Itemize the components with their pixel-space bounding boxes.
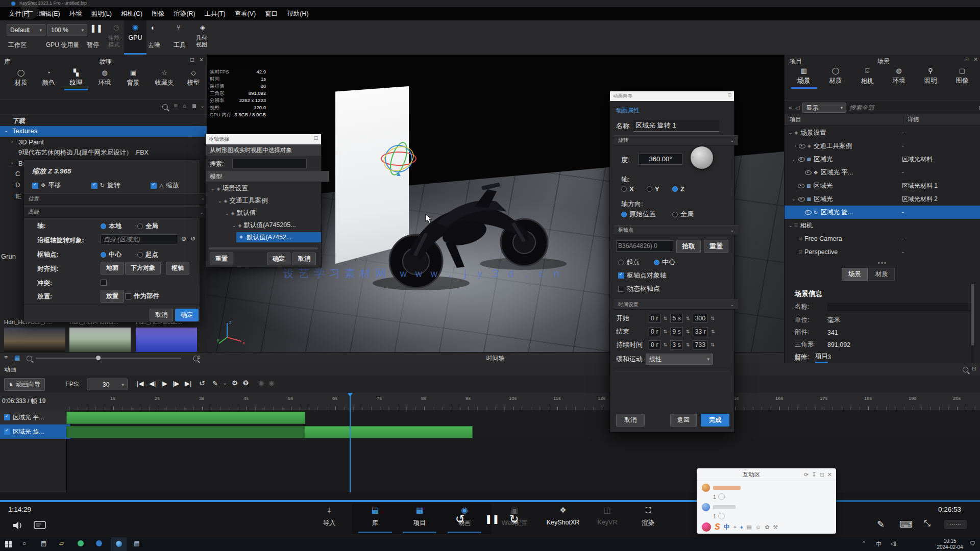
scene-row-arealight-3[interactable]: ⌄ ▩ 区域光 区域光材料 2 xyxy=(785,192,980,206)
float-icon[interactable]: ⊡ xyxy=(190,57,194,63)
ime-lang-toggle[interactable]: 中 xyxy=(724,523,730,532)
tray-volume-icon[interactable]: ◁) xyxy=(890,540,896,547)
hdri-thumbnail-1[interactable] xyxy=(4,328,65,352)
keyboard-icon[interactable]: ⌨ xyxy=(899,519,913,530)
volume-icon[interactable] xyxy=(12,521,23,530)
eye-icon[interactable] xyxy=(799,144,805,148)
advanced-section-header[interactable]: 高级⌄ xyxy=(24,207,208,218)
zoom-out-icon[interactable] xyxy=(27,356,32,361)
subtab-material[interactable]: 材质 xyxy=(869,268,895,281)
scene-row-arealight-rotation-selected[interactable]: ↻ 区域光 旋... - xyxy=(785,206,980,219)
tab-project[interactable]: 项目 xyxy=(815,352,828,363)
scene-row-cameras[interactable]: ⌄ ⌻ 相机 xyxy=(785,219,980,232)
degree-knob[interactable] xyxy=(691,146,713,169)
dynamic-pivot-checkbox[interactable]: 动态枢轴点 xyxy=(618,284,660,293)
menu-render[interactable]: 渲染(R) xyxy=(169,10,200,18)
keyframe-bar-rotation[interactable] xyxy=(304,426,473,438)
library-tree-item-textures[interactable]: ⌄ Textures xyxy=(0,126,207,137)
spinner[interactable]: 5 s xyxy=(670,314,683,323)
player-pause-button[interactable]: ❚❚ xyxy=(485,514,500,524)
denoise-button[interactable]: 去噪 xyxy=(148,41,160,49)
degree-field[interactable]: 360.00° xyxy=(639,154,682,165)
notification-center-icon[interactable]: 🗨 xyxy=(970,540,975,546)
scene-row-perspective[interactable]: ⌻ Perspective - xyxy=(785,245,980,259)
keyframe-bar-translation[interactable] xyxy=(66,412,305,424)
annotate-pen-icon[interactable]: ✎ xyxy=(877,519,885,530)
pivot-object-axis-checkbox[interactable]: 枢轴点对象轴 xyxy=(618,271,667,280)
pivot-dialog-titlebar[interactable]: 枢轴选择 ⊡ xyxy=(206,134,321,144)
scene-row-arealight-2[interactable]: ▩ 区域光 区域光材料 1 xyxy=(785,179,980,192)
search-icon[interactable] xyxy=(162,104,168,110)
eye-icon[interactable] xyxy=(798,197,805,202)
spinner[interactable]: 3 s xyxy=(670,340,683,349)
rotate-checkbox[interactable]: ↻ 旋转 xyxy=(91,181,120,190)
column-detail[interactable]: 详情 xyxy=(903,116,919,123)
ribbon-import-button[interactable]: ⤓ 导入 xyxy=(312,506,346,528)
hdri-thumbnail-3[interactable] xyxy=(136,328,197,352)
ribbon-library-button[interactable]: ▤ 库 xyxy=(358,506,392,533)
chevron-down-icon[interactable]: ⌄ xyxy=(223,380,227,386)
ribbon-keyshotxr-button[interactable]: ❖ KeyShotXR xyxy=(540,506,586,526)
start-button[interactable] xyxy=(5,541,12,547)
sogou-logo[interactable]: S xyxy=(715,522,720,532)
slider-handle[interactable] xyxy=(96,356,101,360)
ribbon-render-button[interactable]: ⛶ 渲染 xyxy=(630,506,666,528)
name-field[interactable]: 区域光 旋转 1 xyxy=(633,120,719,132)
spinner[interactable]: 0 r xyxy=(649,314,660,323)
next-frame-button[interactable]: |▶ xyxy=(173,380,179,387)
pivot-origin-radio[interactable]: 起点 xyxy=(137,251,158,259)
settings-gear-icon[interactable]: ⚙ xyxy=(232,379,238,387)
grid-view-toggle-icon[interactable]: ▦ xyxy=(14,354,20,361)
project-tab-camera[interactable]: ⌻ 相机 xyxy=(854,67,880,86)
search-icon[interactable] xyxy=(963,367,968,372)
library-tree-item-ie[interactable]: IE xyxy=(15,192,21,200)
position-section-header[interactable]: 位置› xyxy=(24,193,208,205)
pause-button[interactable]: ❚❚ xyxy=(90,23,103,33)
spinner[interactable]: 0 r xyxy=(649,327,660,336)
ime-icon-keyboard[interactable]: ▤ xyxy=(747,524,752,531)
project-tab-lighting[interactable]: ⚲ 照明 xyxy=(917,67,944,85)
pivot-origin-radio[interactable]: 起点 xyxy=(618,258,640,267)
animation-wizard-button[interactable]: ♞ 动画向导 xyxy=(4,378,45,391)
go-to-start-button[interactable]: |◀ xyxy=(137,380,143,387)
home-icon[interactable]: ⌂ xyxy=(183,103,186,109)
float-icon[interactable]: ⊡ xyxy=(314,135,318,141)
library-tab-material[interactable]: ◯ 材质 xyxy=(9,69,33,87)
previous-frame-button[interactable]: ◀| xyxy=(149,380,156,387)
gpu-mode-button[interactable]: ◉ GPU xyxy=(124,20,146,55)
library-tree-item-download[interactable]: 下载 xyxy=(12,117,25,126)
scene-row-arealight-1[interactable]: ⌄ ▩ 区域光 区域光材料 xyxy=(785,153,980,166)
menu-environment[interactable]: 环境 xyxy=(65,10,87,18)
menu-lines-icon[interactable]: ≣ xyxy=(192,103,197,109)
pivot-search-input[interactable] xyxy=(232,159,307,168)
column-item[interactable]: 项目 xyxy=(785,116,903,123)
pivot-tree-default-a7452-selected[interactable]: ◈ 默认值(A7452... xyxy=(236,232,321,242)
scene-name-field[interactable] xyxy=(827,303,973,311)
library-tab-environment[interactable]: ◍ 环境 xyxy=(93,69,116,87)
spinner[interactable]: 33 r xyxy=(693,327,708,336)
library-tab-favorites[interactable]: ☆ 收藏夹 xyxy=(150,69,179,87)
pin-icon[interactable]: ↧ xyxy=(812,471,816,478)
ime-mode-button[interactable]: 中 xyxy=(876,540,881,548)
cancel-button[interactable]: 取消 xyxy=(292,253,316,265)
close-icon[interactable]: ✕ xyxy=(827,471,832,478)
library-tree-item-fbx[interactable]: 9现代布艺休闲椅边几(犀牛网米尼设计） .FBX xyxy=(0,147,207,158)
float-icon[interactable]: ⊡ xyxy=(964,56,969,63)
spinner[interactable]: 733 xyxy=(693,340,707,349)
cancel-button[interactable]: 取消 xyxy=(616,414,645,427)
gpu-usage-select[interactable]: 100 %▾ xyxy=(47,24,87,36)
play-button[interactable]: ▶ xyxy=(162,380,167,387)
cancel-button[interactable]: 取消 xyxy=(150,309,173,321)
eye-icon[interactable] xyxy=(798,157,805,162)
keyshot-taskbar-button-active[interactable] xyxy=(111,537,127,551)
eye-icon[interactable] xyxy=(805,210,812,215)
popout-icon[interactable]: ⊡ xyxy=(820,471,824,478)
reset-button[interactable]: 重置 xyxy=(210,253,233,265)
track-visibility-checkbox[interactable] xyxy=(4,414,10,420)
axis-dir-global-radio[interactable]: 全局 xyxy=(672,210,694,219)
player-forward-30-button[interactable]: ↻ 30 xyxy=(508,515,524,530)
menu-tools[interactable]: 工具(T) xyxy=(200,10,230,18)
align-pivot-button[interactable]: 枢轴 xyxy=(166,262,189,274)
library-tree-item-d[interactable]: D xyxy=(15,181,20,189)
thumbnail-size-slider[interactable] xyxy=(36,358,181,359)
